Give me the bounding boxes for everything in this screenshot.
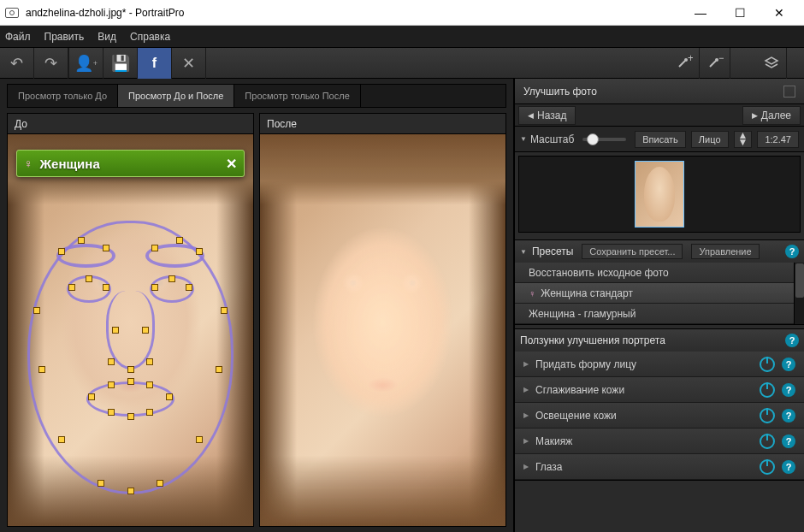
main-area: Просмотр только До Просмотр До и После П… bbox=[0, 79, 804, 532]
zoom-face-button[interactable]: Лицо bbox=[691, 131, 729, 148]
menu-edit[interactable]: Править bbox=[44, 31, 85, 43]
help-icon[interactable]: ? bbox=[785, 245, 799, 258]
preset-female-standard[interactable]: ♀Женщина стандарт bbox=[515, 283, 794, 304]
help-icon[interactable]: ? bbox=[782, 434, 795, 448]
panel-title: Улучшить фото bbox=[523, 86, 597, 98]
toolbar: ↶ ↷ 👤+ 💾 f ✕ + − bbox=[0, 48, 804, 79]
sliders-title: Ползунки улучшения портрета bbox=[520, 334, 665, 346]
power-icon[interactable] bbox=[760, 408, 775, 423]
panel-header: Улучшить фото bbox=[515, 79, 804, 104]
facebook-button[interactable]: f bbox=[138, 48, 172, 79]
help-icon[interactable]: ? bbox=[785, 334, 799, 347]
next-button[interactable]: ▶Далее bbox=[742, 106, 801, 125]
preset-scrollbar[interactable] bbox=[794, 263, 804, 324]
presets-list: Восстановить исходное фото ♀Женщина стан… bbox=[515, 263, 794, 324]
svg-text:−: − bbox=[718, 55, 724, 64]
before-view: До bbox=[7, 113, 254, 527]
layers-button[interactable] bbox=[756, 48, 787, 79]
preset-restore[interactable]: Восстановить исходное фото bbox=[515, 263, 794, 283]
back-button[interactable]: ◀Назад bbox=[518, 106, 576, 125]
slider-face-shape[interactable]: ▶Придать форму лицу? bbox=[515, 352, 804, 377]
add-person-button[interactable]: 👤+ bbox=[69, 48, 103, 79]
close-button[interactable]: ✕ bbox=[760, 0, 799, 26]
presets-section: ▼ Пресеты Сохранить пресет... Управление… bbox=[515, 239, 804, 325]
titlebar: andzhelina-dzholi.jpg* - PortraitPro — ☐… bbox=[0, 0, 804, 26]
views-container: До bbox=[7, 113, 506, 527]
after-view: После bbox=[259, 113, 506, 527]
brush-plus-button[interactable]: + bbox=[669, 48, 700, 79]
slider-makeup[interactable]: ▶Макияж? bbox=[515, 429, 804, 454]
tab-before-after[interactable]: Просмотр До и После bbox=[118, 85, 234, 107]
presets-header: ▼ Пресеты Сохранить пресет... Управление… bbox=[515, 240, 804, 263]
power-icon[interactable] bbox=[760, 382, 775, 398]
zoom-spinner[interactable]: ▲▼ bbox=[734, 131, 753, 148]
brush-minus-button[interactable]: − bbox=[700, 48, 730, 79]
undo-button[interactable]: ↶ bbox=[0, 48, 34, 79]
gender-close-button[interactable]: ✕ bbox=[226, 156, 237, 172]
menu-file[interactable]: Файл bbox=[5, 31, 31, 43]
power-icon[interactable] bbox=[760, 459, 775, 475]
slider-skin-light[interactable]: ▶Освещение кожи? bbox=[515, 403, 804, 429]
zoom-label: ▼Масштаб bbox=[520, 133, 574, 145]
gender-label: Женщина bbox=[40, 157, 220, 171]
app-icon bbox=[5, 8, 19, 18]
viewport-area: Просмотр только До Просмотр До и После П… bbox=[0, 79, 513, 532]
sliders-header: Ползунки улучшения портрета ? bbox=[515, 329, 804, 352]
slider-skin-smooth[interactable]: ▶Сглаживание кожи? bbox=[515, 377, 804, 403]
female-icon: ♀ bbox=[24, 157, 33, 170]
help-icon[interactable]: ? bbox=[782, 358, 795, 371]
save-preset-button[interactable]: Сохранить пресет... bbox=[582, 244, 683, 259]
app-frame: Файл Править Вид Справка ↶ ↷ 👤+ 💾 f ✕ + … bbox=[0, 26, 804, 532]
svg-text:+: + bbox=[688, 55, 693, 64]
menubar: Файл Править Вид Справка bbox=[0, 26, 804, 48]
zoom-fit-button[interactable]: Вписать bbox=[635, 131, 686, 148]
slider-eyes[interactable]: ▶Глаза? bbox=[515, 454, 804, 480]
manage-presets-button[interactable]: Управление bbox=[691, 244, 759, 259]
after-canvas[interactable] bbox=[260, 134, 505, 526]
before-label: До bbox=[8, 114, 253, 134]
gender-banner: ♀ Женщина ✕ bbox=[16, 150, 245, 177]
after-face-image bbox=[260, 134, 505, 526]
power-icon[interactable] bbox=[760, 434, 775, 449]
collapse-icon[interactable]: ▼ bbox=[520, 248, 527, 256]
tab-before-only[interactable]: Просмотр только До bbox=[8, 85, 118, 107]
preset-female-glamour[interactable]: Женщина - гламурный bbox=[515, 304, 794, 324]
zoom-handle[interactable] bbox=[587, 133, 599, 145]
nav-row: ◀Назад ▶Далее bbox=[515, 104, 804, 127]
after-label: После bbox=[260, 114, 505, 134]
tab-after-only[interactable]: Просмотр только После bbox=[234, 85, 360, 107]
window-title: andzhelina-dzholi.jpg* - PortraitPro bbox=[26, 7, 681, 19]
view-tabs: Просмотр только До Просмотр До и После П… bbox=[7, 84, 506, 108]
maximize-button[interactable]: ☐ bbox=[720, 0, 760, 26]
controls-panel: Улучшить фото ◀Назад ▶Далее ▼Масштаб Впи… bbox=[513, 79, 804, 532]
zoom-row: ▼Масштаб Вписать Лицо ▲▼ 1:2.47 bbox=[515, 127, 804, 152]
minimize-button[interactable]: — bbox=[681, 0, 720, 26]
help-icon[interactable]: ? bbox=[782, 383, 795, 397]
sliders-list: ▶Придать форму лицу? ▶Сглаживание кожи? … bbox=[515, 352, 804, 480]
pin-icon[interactable] bbox=[783, 86, 795, 98]
menu-help[interactable]: Справка bbox=[130, 31, 170, 43]
delete-button[interactable]: ✕ bbox=[172, 48, 206, 79]
power-icon[interactable] bbox=[760, 357, 775, 372]
redo-button[interactable]: ↷ bbox=[34, 48, 68, 79]
zoom-ratio: 1:2.47 bbox=[757, 131, 799, 148]
thumbnail-strip[interactable] bbox=[518, 156, 801, 233]
landmarks-overlay bbox=[8, 134, 253, 526]
presets-title: Пресеты bbox=[532, 245, 573, 257]
window-controls: — ☐ ✕ bbox=[681, 0, 799, 26]
female-icon: ♀ bbox=[529, 288, 535, 299]
save-button[interactable]: 💾 bbox=[103, 48, 138, 79]
help-icon[interactable]: ? bbox=[782, 409, 795, 423]
before-canvas[interactable]: ♀ Женщина ✕ bbox=[8, 134, 253, 526]
face-thumbnail[interactable] bbox=[635, 161, 684, 228]
menu-view[interactable]: Вид bbox=[98, 31, 116, 43]
zoom-slider[interactable] bbox=[582, 138, 626, 141]
sliders-section: Ползунки улучшения портрета ? ▶Придать ф… bbox=[515, 328, 804, 481]
help-icon[interactable]: ? bbox=[782, 460, 795, 474]
